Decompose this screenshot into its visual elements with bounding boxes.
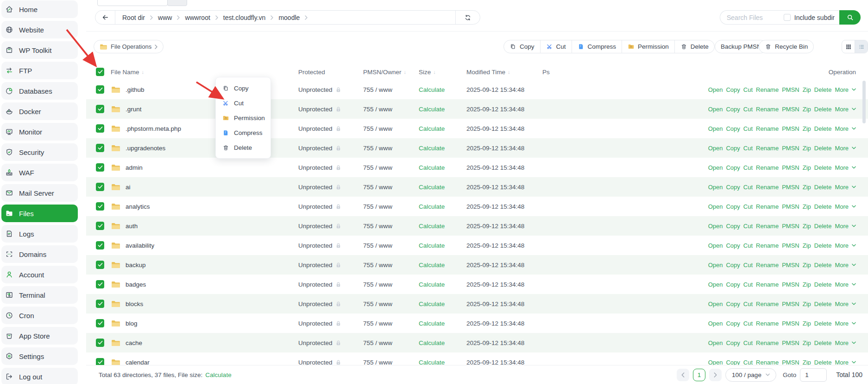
file-name[interactable]: ai [126,184,131,191]
row-op-zip[interactable]: Zip [803,242,811,249]
row-op-rename[interactable]: Rename [756,184,779,191]
breadcrumb-segment[interactable]: moodle [278,14,300,21]
row-op-more[interactable]: More [835,301,849,307]
row-op-pmsn[interactable]: PMSN [782,184,799,191]
row-op-pmsn[interactable]: PMSN [782,86,799,93]
sidebar-item-waf[interactable]: WAF [1,164,78,181]
row-op-copy[interactable]: Copy [726,262,740,269]
size-calculate-link[interactable]: Calculate [419,106,445,113]
row-op-delete[interactable]: Delete [814,301,832,307]
sidebar-item-log-out[interactable]: Log out [1,368,78,384]
chevron-down-icon[interactable] [852,88,856,91]
size-calculate-link[interactable]: Calculate [419,203,445,210]
row-checkbox[interactable] [96,319,104,327]
prev-page-button[interactable] [677,369,689,381]
breadcrumb-segment[interactable]: test.cloudfly.vn [223,14,266,21]
size-calculate-link[interactable]: Calculate [419,223,445,230]
row-op-zip[interactable]: Zip [803,203,811,210]
row-op-copy[interactable]: Copy [726,301,740,307]
file-name[interactable]: blog [126,320,138,327]
row-op-open[interactable]: Open [708,320,723,327]
row-op-open[interactable]: Open [708,223,723,230]
row-op-rename[interactable]: Rename [756,125,779,132]
next-page-button[interactable] [709,369,722,381]
row-op-more[interactable]: More [835,164,849,171]
row-op-open[interactable]: Open [708,164,723,171]
sidebar-item-files[interactable]: Files [1,205,78,222]
row-op-open[interactable]: Open [708,242,723,249]
row-op-pmsn[interactable]: PMSN [782,145,799,152]
row-op-rename[interactable]: Rename [756,262,779,269]
row-op-rename[interactable]: Rename [756,164,779,171]
chevron-down-icon[interactable] [852,341,856,344]
row-op-cut[interactable]: Cut [743,164,753,171]
sidebar-item-docker[interactable]: Docker [1,102,78,120]
row-op-copy[interactable]: Copy [726,339,740,346]
row-checkbox[interactable] [96,241,104,250]
summary-calculate-link[interactable]: Calculate [205,371,231,378]
file-name[interactable]: .phpstorm.meta.php [126,125,181,132]
breadcrumb-segment[interactable]: wwwroot [185,14,210,21]
row-op-delete[interactable]: Delete [814,106,832,113]
row-op-cut[interactable]: Cut [743,223,753,230]
row-op-rename[interactable]: Rename [756,242,779,249]
row-op-zip[interactable]: Zip [803,359,811,366]
file-name[interactable]: badges [126,281,146,288]
row-checkbox[interactable] [96,261,104,269]
sidebar-item-account[interactable]: Account [1,266,78,283]
sidebar-item-terminal[interactable]: Terminal [1,286,78,304]
row-op-zip[interactable]: Zip [803,164,811,171]
sidebar-item-cron[interactable]: Cron [1,307,78,324]
size-calculate-link[interactable]: Calculate [419,359,445,366]
row-checkbox[interactable] [96,105,104,113]
row-op-zip[interactable]: Zip [803,145,811,152]
file-name[interactable]: blocks [126,301,143,307]
row-op-copy[interactable]: Copy [726,184,740,191]
row-op-open[interactable]: Open [708,262,723,269]
row-op-pmsn[interactable]: PMSN [782,125,799,132]
chevron-down-icon[interactable] [852,127,856,130]
size-calculate-link[interactable]: Calculate [419,262,445,269]
size-calculate-link[interactable]: Calculate [419,320,445,327]
recycle-bin-button[interactable]: Recycle Bin [759,40,814,53]
row-op-more[interactable]: More [835,106,849,113]
row-checkbox[interactable] [96,280,104,288]
row-op-delete[interactable]: Delete [814,320,832,327]
row-op-zip[interactable]: Zip [803,281,811,288]
row-op-zip[interactable]: Zip [803,301,811,307]
select-all-checkbox[interactable] [96,68,104,76]
context-menu-item-compress[interactable]: Compress [216,125,270,140]
row-op-more[interactable]: More [835,339,849,346]
back-button[interactable] [95,11,115,24]
row-op-cut[interactable]: Cut [743,86,753,93]
chevron-down-icon[interactable] [852,302,856,305]
column-header-size[interactable]: Size↓ [419,69,466,76]
context-menu-item-delete[interactable]: Delete [216,140,270,155]
chevron-down-icon[interactable] [852,205,856,208]
row-op-cut[interactable]: Cut [743,203,753,210]
size-calculate-link[interactable]: Calculate [419,301,445,307]
row-op-cut[interactable]: Cut [743,125,753,132]
row-checkbox[interactable] [96,202,104,211]
size-calculate-link[interactable]: Calculate [419,86,445,93]
file-name[interactable]: backup [126,262,146,269]
row-op-rename[interactable]: Rename [756,223,779,230]
size-calculate-link[interactable]: Calculate [419,125,445,132]
context-menu-item-permission[interactable]: Permission [216,110,270,125]
row-op-open[interactable]: Open [708,203,723,210]
sort-arrow-icon[interactable]: ↓ [433,70,436,75]
row-op-copy[interactable]: Copy [726,164,740,171]
row-op-rename[interactable]: Rename [756,203,779,210]
goto-page-input[interactable] [800,368,827,382]
row-op-delete[interactable]: Delete [814,86,832,93]
file-name[interactable]: admin [126,164,143,171]
row-op-pmsn[interactable]: PMSN [782,301,799,307]
row-op-cut[interactable]: Cut [743,242,753,249]
row-op-copy[interactable]: Copy [726,242,740,249]
row-op-rename[interactable]: Rename [756,106,779,113]
chevron-down-icon[interactable] [852,283,856,286]
row-op-copy[interactable]: Copy [726,125,740,132]
row-op-rename[interactable]: Rename [756,339,779,346]
row-op-copy[interactable]: Copy [726,203,740,210]
row-op-open[interactable]: Open [708,184,723,191]
